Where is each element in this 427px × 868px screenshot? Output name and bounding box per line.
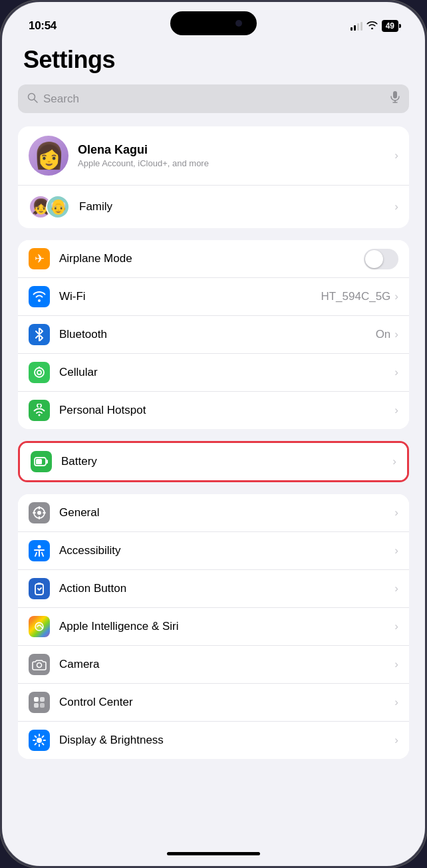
svg-line-35 [35,744,37,745]
family-label: Family [79,200,394,214]
display-chevron-icon: › [394,734,398,747]
status-icons: 49 [351,20,398,32]
cellular-icon [29,362,50,383]
signal-bar-4 [360,22,362,31]
battery-row[interactable]: Battery › [20,443,407,480]
accessibility-row[interactable]: Accessibility › [18,532,409,570]
camera-label: Camera [59,658,394,671]
bluetooth-icon [29,324,50,345]
svg-line-1 [35,99,38,102]
accessibility-chevron-icon: › [394,544,398,557]
wifi-row[interactable]: Wi-Fi HT_594C_5G › [18,278,409,316]
family-row[interactable]: 👧 👴 Family › [18,186,409,228]
signal-bar-1 [351,27,353,31]
search-bar[interactable]: Search [18,84,409,113]
content-area: Settings Search [2,38,425,866]
status-time: 10:54 [29,19,57,33]
family-chevron-icon: › [394,200,398,214]
profile-info: Olena Kagui Apple Account, iCloud+, and … [78,143,394,168]
svg-line-34 [43,736,44,738]
airplane-mode-icon: ✈ [29,248,50,269]
camera-icon [29,654,50,675]
siri-icon [29,616,50,637]
battery-section-highlighted: Battery › [18,441,409,482]
action-button-row[interactable]: Action Button › [18,570,409,608]
svg-line-32 [35,736,37,738]
siri-chevron-icon: › [394,620,398,633]
svg-rect-11 [36,459,42,464]
page-title: Settings [23,46,409,74]
siri-row[interactable]: Apple Intelligence & Siri › [18,608,409,646]
control-center-label: Control Center [59,696,394,709]
wifi-status-icon [366,21,378,31]
action-button-icon [29,578,50,599]
cellular-chevron-icon: › [394,366,398,379]
accessibility-label: Accessibility [59,544,394,557]
phone-frame: 10:54 49 [0,0,427,868]
display-row[interactable]: Display & Brightness › [18,722,409,759]
svg-rect-2 [393,91,397,98]
home-indicator [167,852,260,855]
wifi-chevron-icon: › [394,290,398,303]
camera-dot [235,20,242,27]
svg-rect-26 [40,703,45,708]
svg-point-5 [35,368,44,377]
action-button-label: Action Button [59,582,394,595]
bluetooth-chevron-icon: › [394,328,398,341]
svg-point-8 [39,414,41,416]
general-label: General [59,506,394,519]
toggle-thumb [365,250,383,268]
profile-chevron-icon: › [394,149,398,162]
svg-point-18 [38,545,41,549]
general-section: General › Accessibility › [18,494,409,759]
battery-chevron-icon: › [392,455,396,468]
svg-point-6 [37,370,41,374]
control-center-icon [29,692,50,713]
profile-section: 👩 Olena Kagui Apple Account, iCloud+, an… [18,126,409,228]
signal-bar-2 [354,25,356,31]
search-placeholder: Search [43,92,385,106]
svg-point-27 [37,738,42,743]
svg-point-13 [37,511,41,515]
hotspot-icon [29,400,50,421]
airplane-mode-label: Airplane Mode [59,252,364,265]
camera-row[interactable]: Camera › [18,646,409,684]
cellular-row[interactable]: Cellular › [18,354,409,392]
family-avatars: 👧 👴 [29,195,70,219]
svg-rect-23 [34,697,39,702]
cellular-label: Cellular [59,366,394,379]
display-label: Display & Brightness [59,734,394,747]
svg-point-22 [37,663,42,668]
battery-status-icon: 49 [382,20,398,32]
bluetooth-label: Bluetooth [59,328,376,341]
wifi-value: HT_594C_5G [321,290,390,303]
hotspot-chevron-icon: › [394,404,398,417]
battery-label: Battery [61,455,392,468]
hotspot-label: Personal Hotspot [59,404,394,417]
general-row[interactable]: General › [18,494,409,532]
bluetooth-row[interactable]: Bluetooth On › [18,316,409,354]
svg-point-21 [35,623,43,631]
profile-subtitle: Apple Account, iCloud+, and more [78,158,394,168]
svg-line-33 [43,744,44,745]
siri-label: Apple Intelligence & Siri [59,620,394,633]
profile-row[interactable]: 👩 Olena Kagui Apple Account, iCloud+, an… [18,126,409,186]
wifi-label: Wi-Fi [59,290,321,303]
general-chevron-icon: › [394,506,398,519]
action-button-chevron-icon: › [394,582,398,595]
search-icon [27,92,38,106]
wifi-icon [29,286,50,307]
control-center-row[interactable]: Control Center › [18,684,409,722]
accessibility-icon [29,540,50,561]
signal-bars-icon [351,22,362,31]
svg-rect-24 [40,697,45,702]
airplane-mode-row[interactable]: ✈ Airplane Mode [18,240,409,278]
avatar: 👩 [29,136,69,176]
mic-icon [390,91,400,106]
display-icon [29,730,50,751]
hotspot-row[interactable]: Personal Hotspot › [18,392,409,429]
camera-chevron-icon: › [394,658,398,671]
airplane-mode-toggle[interactable] [364,249,398,269]
dynamic-island [170,11,257,35]
profile-name: Olena Kagui [78,143,394,157]
